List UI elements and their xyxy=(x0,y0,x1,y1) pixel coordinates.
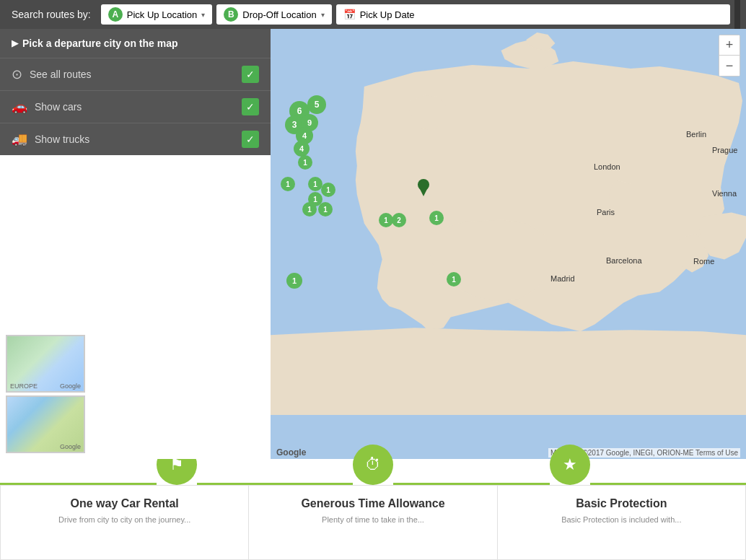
car-icon: 🚗 xyxy=(12,99,27,115)
chevron-down-icon: ▾ xyxy=(321,11,325,19)
basic-protection-desc: Basic Protection is included with... xyxy=(561,515,681,525)
cluster-4b[interactable]: 4 xyxy=(294,141,310,157)
chevron-down-icon: ▾ xyxy=(201,11,205,19)
marker-1a[interactable]: 1 xyxy=(298,155,312,170)
location-pin[interactable] xyxy=(416,179,431,199)
map-zoom-controls: + − xyxy=(719,35,740,76)
show-trucks-checkbox[interactable]: ✓ xyxy=(242,131,259,148)
one-way-car-rental-card: One way Car Rental Drive from city to ci… xyxy=(0,485,248,560)
marker-1h[interactable]: 1 xyxy=(379,213,393,227)
features-icon-row: ⚑ ⏱ ★ xyxy=(0,459,746,485)
generous-time-card: Generous Time Allowance Plenty of time t… xyxy=(248,485,496,560)
one-way-title: One way Car Rental xyxy=(71,497,179,510)
marker-1b[interactable]: 1 xyxy=(281,177,295,191)
basic-protection-icon: ★ xyxy=(550,445,590,485)
europe-thumbnail[interactable]: EUROPE Google xyxy=(6,335,85,393)
marker-1k[interactable]: 1 xyxy=(447,272,461,286)
europe-thumb-label: EUROPE xyxy=(10,382,38,390)
show-cars-checkbox[interactable]: ✓ xyxy=(242,98,259,115)
google-logo: Google xyxy=(276,447,306,458)
departure-header: ▶ Pick a departure city on the map xyxy=(0,29,271,58)
australia-thumb-google: Google xyxy=(60,443,81,450)
marker-1d[interactable]: 1 xyxy=(321,183,335,197)
map-container[interactable]: London Paris Berlin Prague Vienna Budape… xyxy=(271,29,746,459)
see-all-routes-checkbox[interactable]: ✓ xyxy=(242,66,259,83)
generous-time-icon: ⏱ xyxy=(353,445,393,485)
marker-1c[interactable]: 1 xyxy=(308,177,322,191)
search-bar: Search routes by: A Pick Up Location ▾ B… xyxy=(0,0,746,29)
show-trucks-row: 🚚 Show trucks ✓ xyxy=(0,123,271,155)
pickup-date-button[interactable]: 📅 Pick Up Date xyxy=(336,4,730,25)
map-section: ▶ Pick a departure city on the map ⊙ See… xyxy=(0,29,746,459)
features-cards: One way Car Rental Drive from city to ci… xyxy=(0,485,746,560)
see-all-routes-label: See all routes xyxy=(30,69,234,80)
basic-protection-card: Basic Protection Basic Protection is inc… xyxy=(497,485,746,560)
dropoff-label: Drop-Off Location xyxy=(242,9,316,20)
date-label: Pick Up Date xyxy=(360,9,415,20)
show-trucks-label: Show trucks xyxy=(35,134,234,145)
dropoff-location-button[interactable]: B Drop-Off Location ▾ xyxy=(216,4,331,25)
marker-2[interactable]: 2 xyxy=(392,213,406,227)
circle-a: A xyxy=(108,7,123,22)
marker-1g[interactable]: 1 xyxy=(318,202,333,216)
europe-thumb-google: Google xyxy=(60,382,81,390)
zoom-in-button[interactable]: + xyxy=(719,35,740,56)
departure-heading: Pick a departure city on the map xyxy=(22,38,178,49)
map-thumbnails: EUROPE Google Google xyxy=(0,329,91,459)
zoom-out-button[interactable]: − xyxy=(719,56,740,76)
marker-1j[interactable]: 1 xyxy=(286,273,302,289)
cluster-5[interactable]: 5 xyxy=(307,95,326,114)
marker-1f[interactable]: 1 xyxy=(302,202,317,216)
pickup-location-button[interactable]: A Pick Up Location ▾ xyxy=(101,4,213,25)
see-all-routes-row: ⊙ See all routes ✓ xyxy=(0,58,271,90)
pickup-label: Pick Up Location xyxy=(127,9,198,20)
show-cars-row: 🚗 Show cars ✓ xyxy=(0,90,271,123)
generous-time-desc: Plenty of time to take in the... xyxy=(322,515,424,525)
australia-thumbnail[interactable]: Google xyxy=(6,395,85,453)
generous-time-title: Generous Time Allowance xyxy=(301,497,444,510)
map-svg xyxy=(271,29,746,415)
search-label: Search routes by: xyxy=(6,9,97,20)
basic-protection-title: Basic Protection xyxy=(576,497,667,510)
truck-icon: 🚚 xyxy=(12,131,27,147)
circle-b: B xyxy=(224,7,238,22)
left-panel: ▶ Pick a departure city on the map ⊙ See… xyxy=(0,29,271,459)
scroll-handle xyxy=(734,0,740,29)
expand-icon: ▶ xyxy=(12,38,18,48)
one-way-desc: Drive from city to city on the journey..… xyxy=(58,515,190,525)
calendar-icon: 📅 xyxy=(343,9,356,20)
show-cars-label: Show cars xyxy=(35,101,234,113)
features-section: ⚑ ⏱ ★ One way Car Rental Drive from city… xyxy=(0,459,746,560)
marker-1i[interactable]: 1 xyxy=(429,211,444,225)
routes-icon: ⊙ xyxy=(12,66,22,82)
